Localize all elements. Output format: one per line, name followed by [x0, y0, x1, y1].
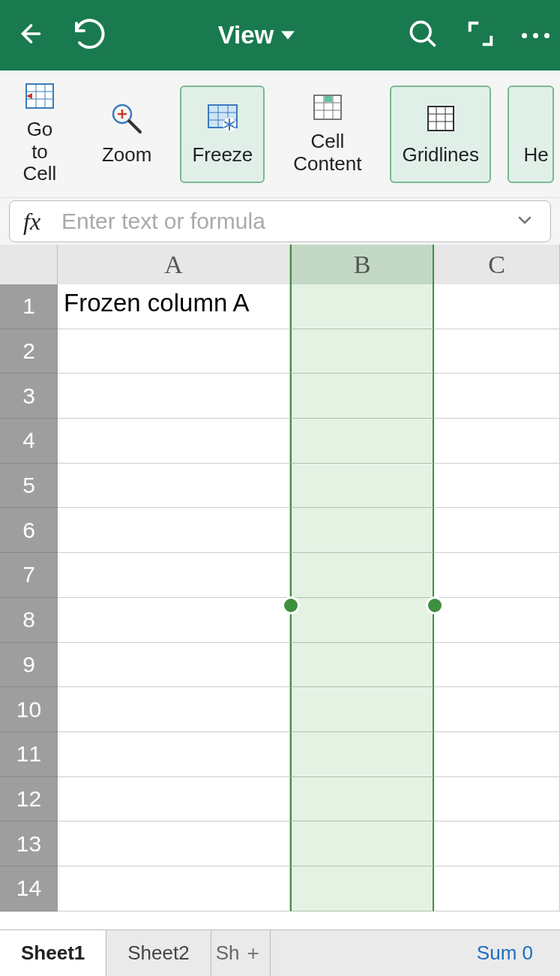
cell-A14[interactable] — [58, 866, 290, 911]
cell-B7[interactable] — [290, 553, 434, 598]
status-sum[interactable]: Sum 0 — [450, 930, 560, 976]
cell-C5[interactable] — [434, 464, 560, 509]
cell-B5[interactable] — [290, 464, 434, 509]
cell-content-label: Cell Content — [293, 131, 361, 176]
headings-label: He — [523, 144, 548, 167]
app-header: View — [0, 0, 560, 71]
selection-handle-right[interactable] — [426, 596, 444, 614]
row-header-4[interactable]: 4 — [0, 419, 58, 464]
cell-content-icon — [311, 93, 344, 122]
row-14: 14 — [0, 866, 560, 911]
cell-B13[interactable] — [290, 821, 434, 866]
select-all-corner[interactable] — [0, 245, 58, 284]
cell-B4[interactable] — [290, 419, 434, 464]
tab-sheet1[interactable]: Sheet1 — [0, 930, 106, 976]
row-header-3[interactable]: 3 — [0, 374, 58, 419]
freeze-button[interactable]: Freeze — [180, 86, 265, 183]
row-4: 4 — [0, 419, 560, 464]
search-icon[interactable] — [406, 17, 439, 53]
cell-C13[interactable] — [434, 821, 560, 866]
gridlines-label: Gridlines — [402, 144, 479, 167]
cell-A1[interactable]: Frozen column A — [58, 284, 290, 329]
cell-C2[interactable] — [434, 329, 560, 374]
formula-inner: fx — [9, 200, 551, 242]
tab-switcher[interactable]: View — [106, 21, 406, 50]
row-header-9[interactable]: 9 — [0, 643, 58, 688]
cell-A4[interactable] — [58, 419, 290, 464]
cell-C10[interactable] — [434, 687, 560, 732]
headings-button[interactable]: He — [508, 86, 554, 183]
cell-C1[interactable] — [434, 284, 560, 329]
col-header-B[interactable]: B — [290, 245, 434, 284]
row-header-8[interactable]: 8 — [0, 598, 58, 643]
cell-C7[interactable] — [434, 553, 560, 598]
ribbon-view: Go to Cell Zoom Freeze Cell Content Grid… — [0, 71, 560, 198]
cell-B3[interactable] — [290, 374, 434, 419]
cell-C8[interactable] — [434, 598, 560, 643]
gridlines-button[interactable]: Gridlines — [390, 86, 491, 183]
cell-A2[interactable] — [58, 329, 290, 374]
cell-A11[interactable] — [58, 732, 290, 777]
tab-sheet2[interactable]: Sheet2 — [106, 930, 211, 976]
cell-A5[interactable] — [58, 464, 290, 509]
spreadsheet-grid[interactable]: A B C 1Frozen column A234567891011121314 — [0, 245, 560, 929]
header-title: View — [218, 21, 274, 50]
expand-formula-icon[interactable] — [513, 211, 537, 232]
row-header-5[interactable]: 5 — [0, 464, 58, 509]
zoom-button[interactable]: Zoom — [90, 86, 163, 183]
cell-B11[interactable] — [290, 732, 434, 777]
cell-B1[interactable] — [290, 284, 434, 329]
cell-B2[interactable] — [290, 329, 434, 374]
selection-handle-left[interactable] — [282, 596, 300, 614]
cell-A12[interactable] — [58, 777, 290, 822]
col-header-C[interactable]: C — [434, 245, 560, 284]
add-sheet-icon[interactable]: + — [247, 941, 259, 965]
more-icon[interactable] — [522, 33, 550, 38]
row-12: 12 — [0, 777, 560, 822]
col-header-A[interactable]: A — [58, 245, 290, 284]
back-icon[interactable] — [10, 17, 43, 53]
go-to-cell-button[interactable]: Go to Cell — [6, 86, 73, 183]
sheet-tabs: Sheet1 Sheet2 Sh + Sum 0 — [0, 929, 560, 976]
tab-sheet3-label: Sh — [216, 941, 240, 965]
cell-A10[interactable] — [58, 687, 290, 732]
header-left — [10, 16, 106, 55]
cell-B14[interactable] — [290, 866, 434, 911]
formula-input[interactable] — [61, 209, 492, 234]
cell-C14[interactable] — [434, 866, 560, 911]
svg-point-0 — [411, 22, 430, 41]
row-header-11[interactable]: 11 — [0, 732, 58, 777]
header-right — [406, 17, 550, 53]
cell-C12[interactable] — [434, 777, 560, 822]
cell-A3[interactable] — [58, 374, 290, 419]
cell-B6[interactable] — [290, 508, 434, 553]
cell-A7[interactable] — [58, 553, 290, 598]
cell-B9[interactable] — [290, 643, 434, 688]
cell-C4[interactable] — [434, 419, 560, 464]
cell-A8[interactable] — [58, 598, 290, 643]
row-header-10[interactable]: 10 — [0, 687, 58, 732]
row-header-13[interactable]: 13 — [0, 821, 58, 866]
cell-C3[interactable] — [434, 374, 560, 419]
cell-A6[interactable] — [58, 508, 290, 553]
cell-A9[interactable] — [58, 643, 290, 688]
cell-C6[interactable] — [434, 508, 560, 553]
tab-sheet3-partial[interactable]: Sh + — [211, 930, 271, 976]
cell-B12[interactable] — [290, 777, 434, 822]
cell-A13[interactable] — [58, 821, 290, 866]
row-header-2[interactable]: 2 — [0, 329, 58, 374]
row-header-7[interactable]: 7 — [0, 553, 58, 598]
zoom-icon — [110, 102, 143, 135]
undo-icon[interactable] — [70, 16, 106, 55]
row-header-14[interactable]: 14 — [0, 866, 58, 911]
cell-B8[interactable] — [290, 598, 434, 643]
cell-B10[interactable] — [290, 687, 434, 732]
row-header-12[interactable]: 12 — [0, 777, 58, 822]
row-header-6[interactable]: 6 — [0, 508, 58, 553]
cell-C11[interactable] — [434, 732, 560, 777]
row-header-1[interactable]: 1 — [0, 284, 58, 329]
cell-content-button[interactable]: Cell Content — [281, 86, 373, 183]
cell-C9[interactable] — [434, 643, 560, 688]
column-headers: A B C — [0, 245, 560, 284]
fullscreen-icon[interactable] — [466, 20, 495, 51]
